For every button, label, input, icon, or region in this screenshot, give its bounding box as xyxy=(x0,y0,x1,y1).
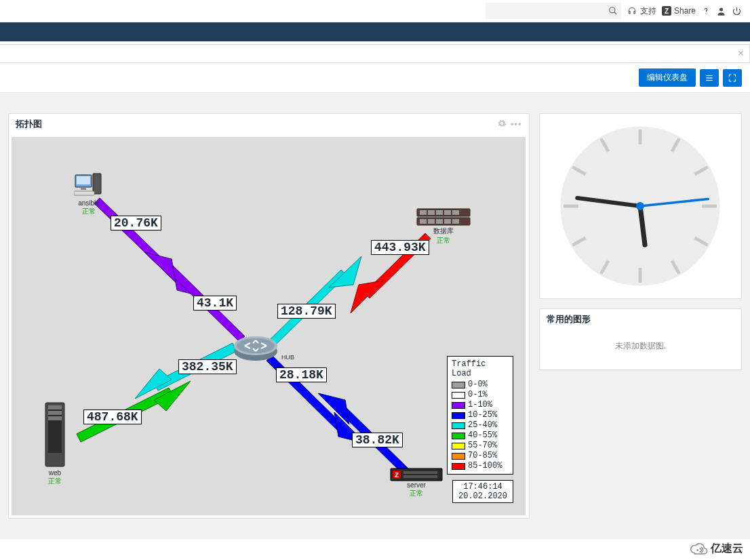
top-bar: 支持 Z Share xyxy=(0,0,750,22)
desktop-icon xyxy=(74,172,104,199)
legend-label: 40-55% xyxy=(468,431,497,441)
svg-point-0 xyxy=(610,7,615,13)
svg-text:Z: Z xyxy=(395,472,399,479)
node-web[interactable]: web 正常 xyxy=(41,401,68,486)
svg-marker-14 xyxy=(329,256,361,287)
legend-row: 0-1% xyxy=(452,390,509,400)
graphs-title: 常用的图形 xyxy=(547,313,591,325)
legend-label: 55-70% xyxy=(468,441,497,451)
close-icon[interactable]: × xyxy=(738,47,744,60)
svg-rect-34 xyxy=(428,210,435,215)
traffic-database-in: 128.79K xyxy=(277,304,336,319)
storage-icon xyxy=(416,207,471,226)
svg-rect-33 xyxy=(420,210,427,215)
node-server[interactable]: Z server 正常 xyxy=(390,468,443,498)
clock-widget xyxy=(539,113,742,299)
user-icon[interactable] xyxy=(716,6,726,16)
graphs-empty-text: 未添加数据图. xyxy=(615,341,666,351)
topology-timestamp: 17:46:14 20.02.2020 xyxy=(452,480,513,503)
svg-rect-51 xyxy=(403,471,437,474)
hub-label: HUB xyxy=(281,354,294,361)
topology-title: 拓扑图 xyxy=(16,118,42,130)
traffic-ansible-out: 20.76K xyxy=(111,216,161,231)
legend-row: 40-55% xyxy=(452,431,509,441)
rack-server-icon: Z xyxy=(390,468,443,481)
search-icon[interactable] xyxy=(608,5,618,16)
legend-swatch xyxy=(452,433,465,439)
legend-label: 85-100% xyxy=(468,461,502,471)
ansible-label: ansible xyxy=(78,199,100,207)
main-nav-bar xyxy=(0,22,750,41)
svg-point-2 xyxy=(705,13,706,14)
legend-row: 85-100% xyxy=(452,461,509,471)
topology-canvas[interactable]: 20.76K 43.1K 443.93K 128.79K 487.68K 382… xyxy=(12,137,526,515)
timestamp-date: 20.02.2020 xyxy=(458,492,507,501)
svg-point-69 xyxy=(636,202,644,210)
svg-rect-47 xyxy=(48,416,62,420)
svg-rect-52 xyxy=(403,475,437,478)
legend-swatch xyxy=(452,382,465,388)
legend-swatch xyxy=(452,422,465,429)
svg-rect-29 xyxy=(81,187,86,190)
tower-server-icon xyxy=(41,401,68,469)
web-status: 正常 xyxy=(48,477,62,486)
legend-swatch xyxy=(452,443,465,449)
link-database-in xyxy=(269,256,361,346)
node-database[interactable]: 数据库 正常 xyxy=(416,207,471,245)
legend-swatch xyxy=(452,402,465,409)
traffic-web-in: 382.35K xyxy=(178,359,237,374)
power-icon[interactable] xyxy=(732,6,742,16)
more-icon[interactable]: ••• xyxy=(511,119,522,130)
node-hub[interactable]: HUB xyxy=(231,327,280,362)
share-link[interactable]: Z Share xyxy=(662,6,696,16)
support-link[interactable]: 支持 xyxy=(627,5,656,17)
legend-label: 70-85% xyxy=(468,451,497,461)
svg-point-3 xyxy=(719,7,723,11)
svg-marker-10 xyxy=(144,252,176,282)
topology-header: 拓扑图 ••• xyxy=(9,114,529,134)
legend-swatch xyxy=(452,412,465,419)
traffic-server-out: 38.82K xyxy=(352,433,403,447)
legend-row: 10-25% xyxy=(452,410,509,420)
svg-rect-40 xyxy=(436,219,443,224)
legend-row: 70-85% xyxy=(452,451,509,461)
svg-rect-42 xyxy=(452,219,459,224)
svg-rect-35 xyxy=(436,210,443,215)
analog-clock xyxy=(559,125,722,287)
node-ansible[interactable]: ansible 正常 xyxy=(74,172,104,216)
traffic-server-in: 28.18K xyxy=(276,367,327,382)
fullscreen-button[interactable] xyxy=(723,69,742,87)
share-label: Share xyxy=(674,6,696,16)
svg-line-1 xyxy=(614,12,617,15)
headset-icon xyxy=(627,5,637,16)
alert-strip: × xyxy=(0,44,750,63)
svg-rect-30 xyxy=(74,191,94,195)
topology-widget: 拓扑图 ••• xyxy=(8,113,530,519)
list-view-button[interactable] xyxy=(700,69,719,87)
legend-row: 1-10% xyxy=(452,400,509,410)
gear-icon[interactable] xyxy=(497,119,507,130)
traffic-ansible-in: 43.1K xyxy=(193,296,237,311)
support-label: 支持 xyxy=(640,5,656,17)
legend-label: 1-10% xyxy=(468,400,492,410)
svg-rect-46 xyxy=(48,411,62,415)
edit-dashboard-button[interactable]: 编辑仪表盘 xyxy=(639,68,696,87)
legend-swatch xyxy=(452,453,465,460)
search-input[interactable] xyxy=(491,5,608,16)
svg-marker-12 xyxy=(351,281,383,313)
legend-row: 0-0% xyxy=(452,380,509,390)
legend-label: 10-25% xyxy=(468,410,497,420)
ansible-status: 正常 xyxy=(82,207,96,216)
web-label: web xyxy=(49,469,61,477)
svg-rect-26 xyxy=(93,174,101,194)
legend-label: 0-0% xyxy=(468,380,488,390)
legend-row: 55-70% xyxy=(452,441,509,451)
svg-rect-28 xyxy=(77,176,90,184)
favorite-graphs-widget: 常用的图形 未添加数据图. xyxy=(539,308,742,370)
legend-row: 25-40% xyxy=(452,420,509,431)
help-icon[interactable] xyxy=(701,6,711,16)
legend-swatch xyxy=(452,463,465,470)
svg-rect-37 xyxy=(452,210,459,215)
timestamp-time: 17:46:14 xyxy=(458,482,507,492)
dashboard: 拓扑图 ••• xyxy=(0,93,750,539)
